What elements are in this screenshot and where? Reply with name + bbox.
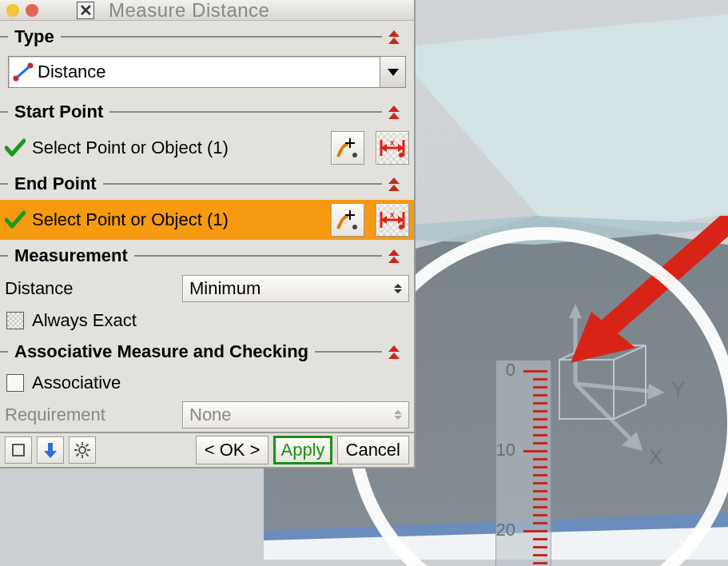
- svg-point-28: [352, 225, 357, 229]
- arrow-down-blue-icon: [42, 441, 58, 459]
- svg-point-18: [352, 153, 357, 157]
- always-exact-checkbox[interactable]: [6, 312, 24, 329]
- measure-x-button[interactable]: x: [376, 131, 409, 165]
- section-end-point-label: End Point: [8, 173, 103, 194]
- snap-point-icon: [336, 136, 360, 160]
- svg-text:x: x: [390, 138, 395, 147]
- chevron-up-icon: [388, 30, 400, 37]
- ruler-tick: [533, 410, 547, 413]
- dialog-footer: < OK > Apply Cancel: [0, 432, 414, 467]
- start-point-prompt: Select Point or Object (1): [32, 138, 324, 158]
- always-exact-label: Always Exact: [32, 310, 137, 331]
- chevron-up-icon: [388, 249, 400, 256]
- measure-x-button[interactable]: x: [376, 203, 409, 237]
- collapse-type-button[interactable]: [382, 25, 406, 49]
- svg-line-44: [77, 444, 79, 447]
- start-point-select-row[interactable]: Select Point or Object (1) x: [0, 128, 414, 168]
- collapse-assoc-button[interactable]: [382, 340, 406, 364]
- caret-down-icon: [388, 69, 399, 76]
- snap-point-button[interactable]: [331, 203, 364, 237]
- ruler-tick: [533, 386, 547, 389]
- section-measurement-label: Measurement: [8, 245, 134, 266]
- ruler-tick: [533, 506, 547, 508]
- end-point-select-row[interactable]: Select Point or Object (1) x: [0, 200, 414, 240]
- ruler-tick: [533, 490, 547, 492]
- associative-label: Associative: [32, 373, 121, 393]
- measure-x-icon: x: [379, 209, 406, 230]
- svg-rect-36: [13, 444, 24, 456]
- footer-settings-button[interactable]: [69, 436, 96, 464]
- ok-button[interactable]: < OK >: [196, 436, 269, 464]
- chevron-up-icon: [388, 38, 400, 44]
- dropdown-caret-button[interactable]: [380, 57, 405, 87]
- select-caret-icon: [394, 284, 402, 293]
- ruler-tick: [533, 522, 547, 524]
- apply-button[interactable]: Apply: [273, 436, 332, 464]
- svg-line-15: [17, 66, 30, 78]
- svg-marker-38: [44, 451, 57, 458]
- ruler-tick: [533, 498, 547, 500]
- ruler-gauge[interactable]: 01020: [495, 360, 551, 566]
- section-start-point-header: Start Point: [0, 96, 414, 128]
- type-dropdown-value: Distance: [38, 62, 380, 82]
- close-button[interactable]: ✕: [77, 2, 94, 19]
- ruler-tick: [533, 394, 547, 397]
- collapse-end-point-button[interactable]: [382, 172, 406, 196]
- distance-select[interactable]: Minimum: [182, 275, 409, 302]
- window-close-icon[interactable]: [26, 4, 38, 17]
- measure-distance-dialog: ✕ Measure Distance Type Distance Start P…: [0, 0, 416, 468]
- svg-point-39: [79, 447, 86, 453]
- distance-icon: [12, 61, 34, 83]
- square-icon: [10, 442, 26, 458]
- ruler-tick: [533, 546, 547, 548]
- ruler-tick: [533, 378, 547, 381]
- always-exact-row[interactable]: Always Exact: [0, 305, 414, 336]
- snap-point-icon: [336, 208, 360, 232]
- svg-point-25: [399, 153, 404, 157]
- type-dropdown[interactable]: Distance: [8, 56, 406, 88]
- ruler-tick: [533, 418, 547, 421]
- section-assoc-header: Associative Measure and Checking: [0, 336, 414, 368]
- ruler-tick: [533, 426, 547, 428]
- ruler-label: 0: [506, 360, 515, 381]
- associative-row[interactable]: Associative: [0, 368, 414, 398]
- ruler-tick: [533, 402, 547, 405]
- checkmark-icon: [5, 209, 26, 230]
- distance-value: Minimum: [189, 278, 261, 299]
- collapse-start-point-button[interactable]: [382, 100, 406, 124]
- collapse-measurement-button[interactable]: [382, 244, 406, 268]
- section-end-point-header: End Point: [0, 168, 414, 200]
- svg-line-45: [86, 454, 89, 456]
- distance-label: Distance: [5, 278, 173, 299]
- gear-icon: [74, 441, 91, 459]
- footer-down-arrow-button[interactable]: [37, 436, 64, 464]
- chevron-up-icon: [388, 185, 400, 191]
- footer-unknown-button-1[interactable]: [5, 436, 32, 464]
- svg-text:x: x: [390, 210, 395, 219]
- chevron-up-icon: [388, 353, 400, 359]
- section-assoc-label: Associative Measure and Checking: [8, 341, 315, 362]
- section-start-point-label: Start Point: [8, 102, 109, 122]
- ruler-tick: [533, 458, 547, 460]
- chevron-up-icon: [388, 113, 400, 119]
- chevron-up-icon: [388, 345, 400, 352]
- titlebar[interactable]: ✕ Measure Distance: [0, 0, 414, 21]
- requirement-value: None: [189, 405, 232, 425]
- checkmark-icon: [5, 138, 26, 158]
- ruler-tick: [523, 530, 547, 532]
- associative-checkbox[interactable]: [6, 374, 24, 392]
- end-point-prompt: Select Point or Object (1): [32, 209, 324, 230]
- ruler-label: 20: [496, 520, 515, 540]
- window-minimize-icon[interactable]: [6, 4, 19, 17]
- ruler-tick: [533, 562, 547, 564]
- ruler-label: 10: [496, 440, 515, 460]
- requirement-label: Requirement: [5, 405, 173, 425]
- snap-point-button[interactable]: [331, 131, 364, 165]
- ruler-tick: [533, 474, 547, 476]
- svg-rect-37: [48, 443, 53, 451]
- cancel-button[interactable]: Cancel: [337, 436, 409, 464]
- distance-row: Distance Minimum: [0, 272, 414, 305]
- ruler-tick: [533, 514, 547, 516]
- requirement-select: None: [182, 401, 409, 428]
- measure-x-icon: x: [379, 138, 406, 158]
